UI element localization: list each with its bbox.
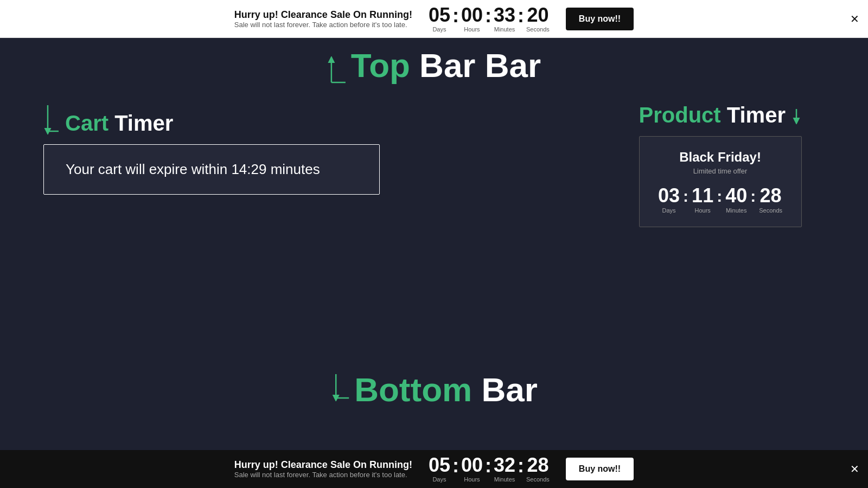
top-colon-3: : bbox=[518, 4, 524, 27]
product-seconds-label: Seconds bbox=[759, 207, 782, 214]
product-seconds-unit: 28 Seconds bbox=[759, 186, 782, 214]
top-bar-heading-green: Top bbox=[351, 47, 410, 84]
product-minutes-number: 40 bbox=[725, 186, 747, 206]
top-bar-close-button[interactable]: ✕ bbox=[850, 12, 859, 25]
top-bar-text: Hurry up! Clearance Sale On Running! Sal… bbox=[234, 9, 412, 29]
bottom-colon-3: : bbox=[518, 454, 524, 477]
bottom-countdown-days-label: Days bbox=[432, 476, 446, 483]
top-bar-arrow-icon bbox=[327, 54, 347, 85]
product-hours-label: Hours bbox=[694, 207, 710, 214]
product-hours-number: 11 bbox=[692, 186, 713, 206]
bottom-countdown-minutes-unit: 32 Minutes bbox=[494, 455, 515, 483]
bottom-bar-heading-row: Bottom Bar bbox=[330, 372, 538, 407]
bottom-bar-heading-green: Bottom bbox=[354, 371, 472, 408]
bottom-bar-countdown: 05 Days : 00 Hours : 32 Minutes : 28 Sec… bbox=[429, 454, 550, 484]
top-countdown-hours-number: 00 bbox=[461, 5, 483, 25]
top-countdown-seconds-unit: 20 Seconds bbox=[526, 5, 550, 33]
product-days-unit: 03 Days bbox=[658, 186, 680, 214]
top-countdown-hours-unit: 00 Hours bbox=[461, 5, 483, 33]
bottom-bar-headline: Hurry up! Clearance Sale On Running! bbox=[234, 459, 412, 471]
bottom-countdown-days-number: 05 bbox=[429, 455, 450, 475]
top-countdown-minutes-label: Minutes bbox=[494, 26, 515, 33]
top-bar-heading: Top Bar Bar bbox=[351, 49, 541, 82]
top-bar-buy-button[interactable]: Buy now!! bbox=[566, 8, 634, 30]
bottom-bar-subline: Sale will not last forever. Take action … bbox=[234, 471, 412, 479]
top-countdown-days-number: 05 bbox=[429, 5, 450, 25]
top-countdown-minutes-number: 33 bbox=[494, 5, 515, 25]
cart-timer-section: Cart Timer Your cart will expire within … bbox=[43, 103, 380, 195]
product-box: Black Friday! Limited time offer 03 Days… bbox=[639, 136, 802, 227]
bottom-colon-2: : bbox=[485, 454, 492, 477]
bottom-bar-heading: Bottom Bar bbox=[354, 373, 538, 407]
bottom-countdown-hours-number: 00 bbox=[461, 455, 483, 475]
top-countdown-days-label: Days bbox=[432, 26, 446, 33]
product-seconds-number: 28 bbox=[760, 186, 782, 206]
product-countdown: 03 Days : 11 Hours : 40 Minutes : 28 Sec… bbox=[653, 186, 788, 214]
bottom-bar-buy-button[interactable]: Buy now!! bbox=[566, 458, 634, 480]
top-colon-1: : bbox=[452, 4, 459, 27]
bottom-bar-arrow-icon bbox=[330, 372, 350, 402]
bottom-countdown-hours-label: Hours bbox=[464, 476, 480, 483]
product-minutes-label: Minutes bbox=[726, 207, 747, 214]
product-box-title: Black Friday! bbox=[653, 150, 788, 165]
product-days-number: 03 bbox=[658, 186, 680, 206]
top-bar-heading-white2: Bar bbox=[485, 47, 541, 84]
top-bar: Hurry up! Clearance Sale On Running! Sal… bbox=[0, 0, 868, 38]
bottom-countdown-seconds-unit: 28 Seconds bbox=[526, 455, 550, 483]
bottom-countdown-minutes-number: 32 bbox=[494, 455, 515, 475]
product-timer-section: Product Timer Black Friday! Limited time… bbox=[639, 103, 803, 227]
top-countdown-seconds-label: Seconds bbox=[526, 26, 550, 33]
product-colon-1: : bbox=[683, 187, 688, 206]
cart-timer-heading: Cart Timer bbox=[65, 111, 173, 136]
top-bar-countdown: 05 Days : 00 Hours : 33 Minutes : 20 Sec… bbox=[429, 4, 550, 34]
product-minutes-unit: 40 Minutes bbox=[725, 186, 747, 214]
cart-heading-green: Cart bbox=[65, 111, 108, 135]
top-countdown-days-unit: 05 Days bbox=[429, 5, 450, 33]
top-bar-heading-white: Bar bbox=[419, 47, 475, 84]
bottom-bar-label-section: Bottom Bar bbox=[330, 372, 538, 407]
top-countdown-hours-label: Hours bbox=[464, 26, 480, 33]
bottom-countdown-seconds-label: Seconds bbox=[526, 476, 550, 483]
product-timer-heading: Product Timer bbox=[639, 103, 786, 127]
bottom-bar-close-button[interactable]: ✕ bbox=[850, 463, 859, 476]
top-bar-headline: Hurry up! Clearance Sale On Running! bbox=[234, 9, 412, 21]
top-countdown-seconds-number: 20 bbox=[527, 5, 548, 25]
bottom-colon-1: : bbox=[452, 454, 459, 477]
bottom-countdown-minutes-label: Minutes bbox=[494, 476, 515, 483]
bottom-countdown-hours-unit: 00 Hours bbox=[461, 455, 483, 483]
cart-box-text: Your cart will expire within 14:29 minut… bbox=[66, 161, 358, 178]
bottom-countdown-days-unit: 05 Days bbox=[429, 455, 450, 483]
cart-timer-label: Cart Timer bbox=[43, 103, 380, 136]
product-heading-white: Timer bbox=[727, 103, 786, 127]
top-colon-2: : bbox=[485, 4, 492, 27]
cart-box: Your cart will expire within 14:29 minut… bbox=[43, 144, 380, 195]
product-colon-2: : bbox=[717, 187, 722, 206]
product-timer-label: Product Timer bbox=[639, 103, 803, 127]
main-content: Top Bar Bar Cart Timer Your cart will ex… bbox=[0, 38, 868, 450]
cart-timer-arrow-icon bbox=[43, 103, 61, 136]
top-countdown-minutes-unit: 33 Minutes bbox=[494, 5, 515, 33]
bottom-countdown-seconds-number: 28 bbox=[527, 455, 548, 475]
product-days-label: Days bbox=[662, 207, 676, 214]
top-bar-subline: Sale will not last forever. Take action … bbox=[234, 21, 412, 29]
product-heading-green: Product bbox=[639, 103, 721, 127]
product-timer-arrow-icon bbox=[790, 108, 803, 125]
top-bar-label-section: Top Bar Bar bbox=[327, 49, 541, 85]
bottom-bar: Hurry up! Clearance Sale On Running! Sal… bbox=[0, 450, 868, 488]
product-colon-3: : bbox=[750, 187, 756, 206]
product-hours-unit: 11 Hours bbox=[692, 186, 713, 214]
product-box-subtitle: Limited time offer bbox=[653, 167, 788, 175]
bottom-bar-text: Hurry up! Clearance Sale On Running! Sal… bbox=[234, 459, 412, 479]
bottom-bar-heading-white: Bar bbox=[481, 371, 537, 408]
cart-heading-white: Timer bbox=[114, 111, 173, 135]
